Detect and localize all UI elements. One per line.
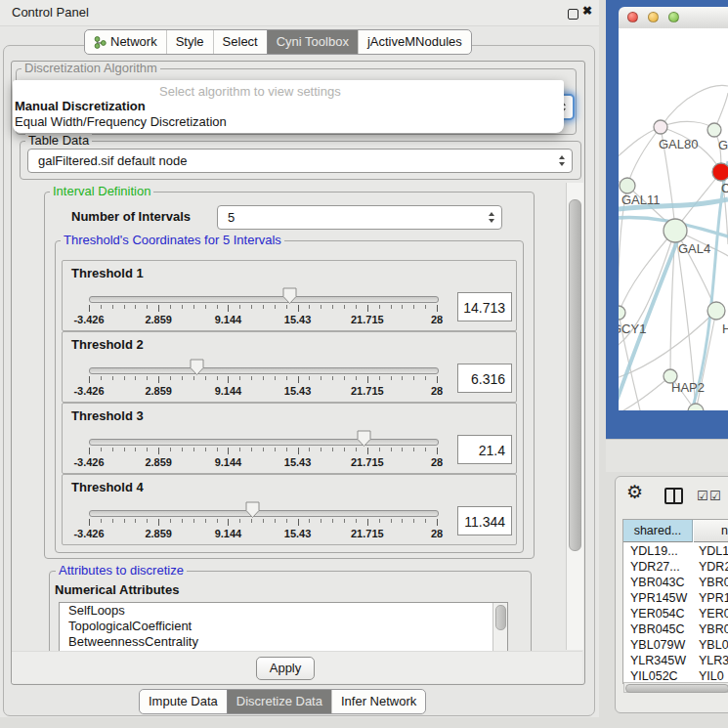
slider-tick [182, 448, 183, 451]
tab-infer-network[interactable]: Infer Network [331, 690, 425, 713]
slider-tick [251, 305, 252, 309]
threshold-2-slider-track[interactable] [89, 367, 439, 374]
threshold-1-value-field[interactable]: 14.713 [457, 292, 512, 321]
number-of-intervals-combobox[interactable]: 5 [217, 205, 502, 230]
attribute-item[interactable]: TopologicalCoefficient [60, 619, 507, 634]
minimize-traffic-light[interactable] [648, 12, 659, 22]
checkbox-icon[interactable]: ☑ [697, 490, 708, 502]
slider-tick [147, 376, 148, 380]
slider-tick [298, 519, 299, 526]
float-window-icon[interactable] [568, 9, 578, 20]
slider-tick [135, 305, 136, 309]
threshold-4-slider-thumb[interactable] [245, 501, 260, 519]
slider-tick [356, 448, 357, 451]
table-scrollbar-thumb[interactable] [625, 684, 728, 693]
threshold-2-slider-thumb[interactable] [190, 359, 204, 376]
threshold-3-value-field[interactable]: 21.4 [457, 435, 512, 464]
attribute-item[interactable]: SelfLoops [60, 603, 507, 619]
slider-tick [413, 448, 414, 451]
threshold-4-slider-track[interactable] [89, 510, 439, 517]
table-data-combobox-value: galFiltered.sif default node [28, 153, 559, 168]
slider-tick-label: 2.859 [145, 528, 172, 539]
threshold-4-value-field[interactable]: 11.344 [457, 506, 512, 535]
slider-tick [309, 305, 310, 309]
column-header-shared[interactable]: shared... [623, 520, 693, 542]
network-node-label: H [722, 321, 728, 336]
slider-tick [391, 376, 392, 380]
tab-style[interactable]: Style [166, 30, 213, 54]
slider-tick [379, 448, 380, 451]
slider-tick [239, 448, 240, 451]
tab-cyni-toolbox[interactable]: Cyni Toolbox [267, 30, 358, 54]
network-node[interactable] [619, 306, 625, 320]
table-row[interactable]: YER054CYER0 [623, 606, 728, 621]
attributes-list: SelfLoopsTopologicalCoefficientBetweenne… [59, 602, 508, 655]
dropdown-option-manual-discretization[interactable]: Manual Discretization [15, 99, 146, 113]
table-row[interactable]: YDL19...YDL1 [623, 543, 728, 559]
table-row[interactable]: YPR145WYPR1 [623, 590, 728, 606]
checkbox-icon[interactable]: ☑ [709, 490, 721, 502]
slider-tick [158, 305, 159, 312]
tab-network[interactable]: Network [85, 30, 166, 54]
attribute-item[interactable]: BetweennessCentrality [60, 634, 507, 650]
slider-tick-label: 28 [431, 314, 443, 325]
slider-tick [332, 305, 333, 309]
network-node[interactable] [664, 219, 687, 242]
network-node[interactable] [688, 404, 704, 410]
bottom-tab-bar: Impute Data Discretize Data Infer Networ… [139, 689, 426, 714]
panel-scrollbar-thumb[interactable] [569, 199, 581, 551]
table-row[interactable]: YLR345WYLR3 [623, 653, 728, 668]
table-row[interactable]: YBR043CYBR0 [623, 575, 728, 590]
attributes-list-scrollbar[interactable] [492, 603, 507, 654]
slider-tick [391, 305, 392, 309]
gear-icon[interactable]: ⚙ [626, 483, 643, 502]
table-row[interactable]: YBR045CYBR0 [623, 621, 728, 637]
table-cell: YBL0 [699, 637, 728, 653]
table-data-combobox[interactable]: galFiltered.sif default node [27, 149, 573, 173]
slider-tick [170, 519, 171, 523]
threshold-1-slider-track[interactable] [89, 296, 439, 303]
slider-tick [89, 519, 90, 526]
scrollbar-thumb[interactable] [495, 605, 506, 630]
apply-button[interactable]: Apply [256, 657, 315, 680]
control-panel-window: Control Panel ✖ Network Style Select Cyn… [0, 0, 599, 717]
threshold-3-slider-thumb[interactable] [357, 430, 371, 448]
zoom-traffic-light[interactable] [668, 12, 679, 22]
network-node-label: GCY1 [619, 321, 646, 336]
dropdown-option-equal-width-frequency[interactable]: Equal Width/Frequency Discretization [15, 114, 227, 129]
table-cell: YER054C [630, 606, 685, 621]
slider-tick [124, 448, 125, 451]
threshold-2-value-field[interactable]: 6.316 [457, 364, 512, 393]
threshold-1-slider-thumb[interactable] [282, 287, 297, 305]
slider-tick [170, 376, 171, 380]
slider-tick [135, 448, 136, 451]
network-canvas[interactable]: GAL80GACGAL11GAL4GCY1HHAP2 [619, 28, 728, 410]
network-node[interactable] [654, 120, 667, 134]
slider-tick [344, 376, 345, 380]
tab-impute-data[interactable]: Impute Data [140, 690, 227, 713]
slider-tick [413, 519, 414, 523]
table-horizontal-scrollbar[interactable] [623, 682, 728, 693]
network-node[interactable] [707, 302, 725, 320]
slider-tick [101, 519, 102, 523]
column-header-name[interactable]: na [694, 520, 728, 542]
tab-jactivemnodules[interactable]: jActiveMNodules [358, 30, 471, 54]
network-node[interactable] [712, 163, 728, 181]
tab-infer-network-label: Infer Network [341, 691, 416, 712]
table-row[interactable]: YDR27...YDR2 [623, 559, 728, 575]
slider-tick [356, 519, 357, 523]
tab-select[interactable]: Select [213, 30, 267, 54]
panel-scrollbar[interactable] [566, 183, 583, 650]
columns-icon[interactable] [664, 488, 683, 504]
slider-tick [286, 305, 287, 309]
network-node[interactable] [620, 178, 635, 193]
slider-tick [147, 519, 148, 523]
threshold-3-slider-track[interactable] [89, 439, 439, 446]
slider-tick [228, 519, 229, 526]
table-row[interactable]: YBL079WYBL0 [623, 637, 728, 653]
close-icon[interactable]: ✖ [582, 4, 592, 18]
slider-tick [112, 448, 113, 451]
network-node[interactable] [707, 123, 721, 137]
tab-discretize-data[interactable]: Discretize Data [227, 690, 331, 713]
close-traffic-light[interactable] [627, 12, 638, 22]
